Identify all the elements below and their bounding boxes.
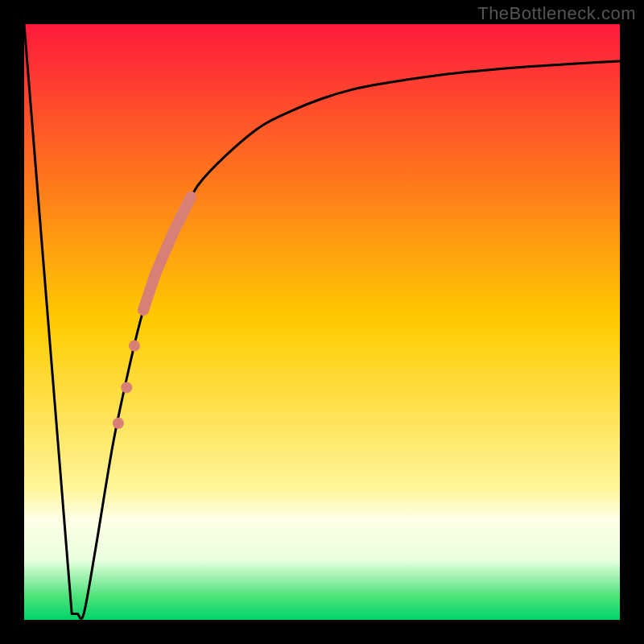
highlight-dot: [113, 418, 124, 429]
highlight-dot: [121, 382, 132, 393]
plot-area: [24, 24, 620, 620]
gradient-background: [24, 24, 620, 620]
highlight-dot: [129, 341, 140, 352]
attribution-label: TheBottleneck.com: [477, 3, 636, 24]
bottleneck-chart: [0, 0, 644, 644]
chart-frame: TheBottleneck.com: [0, 0, 644, 644]
